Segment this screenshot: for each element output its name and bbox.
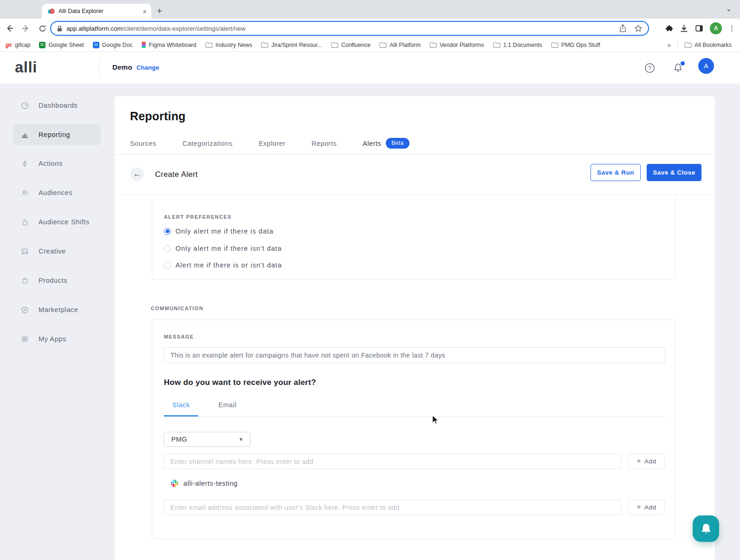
person-icon (21, 189, 29, 197)
slack-icon (171, 480, 178, 487)
tab-reports[interactable]: Reports (312, 140, 337, 147)
receive-question: How do you want to receive your alert? (164, 378, 316, 387)
image-icon (21, 247, 29, 255)
bookmark-google-sheet[interactable]: Google Sheet (39, 42, 84, 48)
message-label: MESSAGE (164, 334, 194, 339)
forward-icon[interactable] (21, 24, 33, 33)
tab-slack[interactable]: Slack (164, 401, 198, 417)
radio-option-either[interactable]: Alert me if there is or isn't data (164, 261, 282, 269)
reload-icon[interactable] (38, 24, 50, 33)
bookmark-alli-platform[interactable]: Alli Platform (379, 42, 421, 48)
bookmark-confluence[interactable]: Confluence (331, 42, 370, 48)
chevron-down-icon: ▼ (239, 436, 244, 442)
alert-preferences-label: ALERT PREFERENCES (164, 214, 232, 220)
folder-icon (331, 42, 338, 48)
chrome-menu-icon[interactable]: ⋮ (728, 24, 735, 33)
bookmark-gifcap[interactable]: gc gifcap (6, 42, 30, 48)
folder-icon (684, 42, 692, 48)
save-and-close-button[interactable]: Save & Close (647, 164, 701, 181)
client-name: Demo (112, 63, 132, 71)
radio-option-no-data[interactable]: Only alert me if there isn't data (164, 245, 282, 252)
support-chat-button[interactable] (693, 515, 719, 542)
sidebar-item-reporting[interactable]: Reporting (13, 124, 101, 145)
radio-unselected-icon[interactable] (164, 262, 171, 269)
workspace-select[interactable]: PMG ▼ (163, 432, 251, 447)
slack-email-input[interactable] (163, 500, 622, 515)
sidebar: Dashboards Reporting Actions Audiences A… (0, 84, 115, 560)
reporting-header: Reporting Sources Categorizations Explor… (115, 96, 715, 155)
side-panel-icon[interactable] (695, 24, 703, 33)
change-client-link[interactable]: Change (136, 64, 159, 71)
sidebar-item-creative[interactable]: Creative (13, 241, 101, 262)
bookmark-jira-sprint[interactable]: Jira/Sprint Resour... (261, 42, 322, 48)
tab-alerts[interactable]: Alerts Beta (363, 138, 409, 149)
browser-tab[interactable]: Alli Data Explorer × (42, 4, 151, 19)
site-favicon (47, 7, 55, 15)
share-icon[interactable] (619, 24, 627, 33)
back-icon[interactable] (5, 24, 17, 33)
thumbs-up-icon (21, 218, 29, 226)
plus-icon: + (637, 457, 641, 465)
tab-email[interactable]: Email (210, 401, 245, 417)
tab-explorer[interactable]: Explorer (259, 140, 286, 147)
plus-icon: + (637, 503, 641, 511)
sidebar-item-my-apps[interactable]: My Apps (13, 328, 101, 350)
bell-icon (699, 522, 713, 536)
bookmark-pmg-ops-stuff[interactable]: PMG Ops Stuff (551, 42, 600, 48)
tab-close-icon[interactable]: × (143, 7, 147, 15)
alert-preferences-card: ALERT PREFERENCES Only alert me if there… (152, 183, 675, 280)
add-channel-button[interactable]: + Add (628, 454, 665, 469)
download-icon[interactable] (680, 24, 688, 33)
folder-icon (205, 42, 213, 48)
tab-sources[interactable]: Sources (130, 140, 156, 147)
shopping-bag-icon (21, 277, 29, 285)
sidebar-item-products[interactable]: Products (13, 270, 101, 291)
message-input[interactable] (163, 347, 665, 363)
add-email-button[interactable]: + Add (628, 500, 665, 515)
bookmark-figma[interactable]: Figma Whiteboard (142, 42, 196, 48)
back-button[interactable]: ← (130, 167, 144, 181)
mouse-cursor (432, 415, 440, 425)
bookmark-11-documents[interactable]: 1:1 Documents (493, 42, 542, 48)
radio-option-data[interactable]: Only alert me if there is data (164, 228, 273, 235)
extensions-puzzle-icon[interactable] (664, 24, 673, 33)
new-tab-button[interactable]: + (157, 7, 162, 16)
chevron-down-icon[interactable]: ⌄ (726, 5, 732, 13)
notification-dot (681, 61, 685, 65)
bookmarks-overflow-icon[interactable]: » (667, 41, 671, 49)
sidebar-item-audiences[interactable]: Audiences (13, 182, 101, 203)
gauge-icon (21, 102, 29, 110)
page-title: Reporting (130, 110, 186, 123)
sidebar-item-dashboards[interactable]: Dashboards (13, 95, 101, 116)
address-bar[interactable]: app.alliplatform.com/client/demo/data-ex… (50, 21, 649, 36)
channel-input[interactable] (163, 454, 622, 469)
sidebar-item-audience-shifts[interactable]: Audience Shifts (13, 211, 101, 233)
lightning-icon (21, 160, 29, 168)
bookmark-google-doc[interactable]: Google Doc (93, 42, 133, 48)
main-panel: ALERT PREFERENCES Only alert me if there… (115, 96, 715, 560)
folder-icon (261, 42, 268, 48)
radio-selected-icon[interactable] (164, 228, 171, 235)
all-bookmarks[interactable]: All Bookmarks (684, 42, 732, 48)
help-icon[interactable]: ? (644, 63, 655, 73)
radio-unselected-icon[interactable] (164, 245, 171, 252)
beta-badge: Beta (386, 138, 409, 149)
folder-icon (493, 42, 500, 48)
communication-label: COMMUNICATION (151, 306, 203, 311)
toolbar-right-cluster: A ⋮ (664, 19, 735, 38)
user-avatar[interactable]: A (698, 58, 714, 74)
lock-icon (57, 25, 63, 32)
chrome-profile-avatar[interactable]: A (710, 22, 722, 34)
tab-categorizations[interactable]: Categorizations (182, 140, 233, 147)
tabs-divider (163, 417, 665, 417)
create-alert-toolbar: ← Create Alert Save & Run Save & Close (115, 155, 715, 195)
sidebar-item-marketplace[interactable]: Marketplace (13, 299, 101, 320)
figma-icon (142, 42, 146, 48)
bookmark-star-icon[interactable] (634, 24, 643, 33)
save-and-run-button[interactable]: Save & Run (591, 164, 641, 181)
bar-chart-icon (21, 131, 29, 139)
sidebar-item-actions[interactable]: Actions (13, 153, 101, 174)
alli-logo[interactable]: alli (15, 59, 37, 76)
bookmark-industry-news[interactable]: Industry News (205, 42, 252, 48)
bookmark-vendor-platforms[interactable]: Vendor Platforms (429, 42, 484, 48)
